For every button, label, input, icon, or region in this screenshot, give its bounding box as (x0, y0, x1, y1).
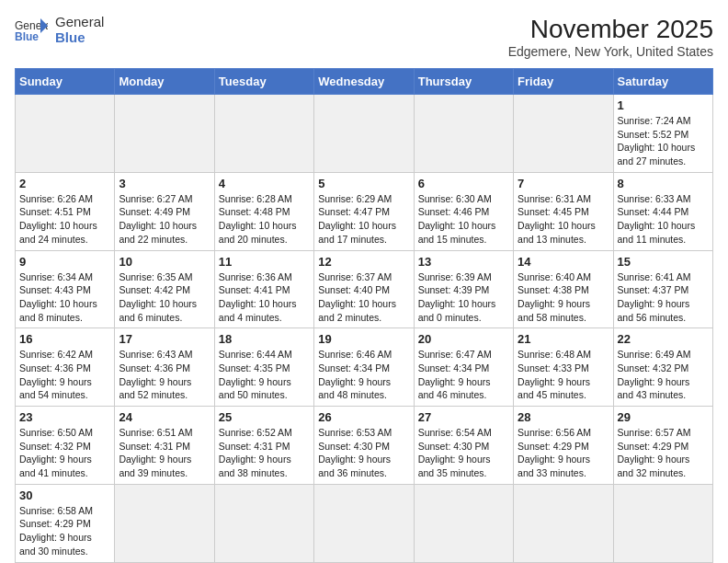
col-tuesday: Tuesday (214, 69, 313, 95)
day-number: 19 (318, 332, 409, 346)
day-number: 27 (418, 410, 509, 424)
page-header: General Blue General Blue November 2025 … (15, 15, 713, 59)
table-row: 18Sunrise: 6:44 AM Sunset: 4:35 PM Dayli… (214, 328, 313, 407)
table-row (514, 95, 613, 173)
table-row: 27Sunrise: 6:54 AM Sunset: 4:30 PM Dayli… (414, 407, 513, 485)
day-info: Sunrise: 6:26 AM Sunset: 4:51 PM Dayligh… (19, 192, 110, 247)
col-saturday: Saturday (613, 69, 712, 95)
day-info: Sunrise: 6:43 AM Sunset: 4:36 PM Dayligh… (119, 348, 210, 402)
day-info: Sunrise: 6:58 AM Sunset: 4:29 PM Dayligh… (19, 504, 110, 558)
day-number: 9 (19, 255, 110, 269)
logo: General Blue General Blue (15, 15, 104, 45)
day-info: Sunrise: 6:41 AM Sunset: 4:37 PM Dayligh… (618, 270, 709, 325)
day-number: 4 (219, 177, 310, 190)
day-info: Sunrise: 6:46 AM Sunset: 4:34 PM Dayligh… (318, 348, 409, 402)
col-monday: Monday (115, 69, 214, 95)
table-row: 6Sunrise: 6:30 AM Sunset: 4:46 PM Daylig… (414, 172, 513, 250)
day-info: Sunrise: 6:50 AM Sunset: 4:32 PM Dayligh… (19, 426, 110, 480)
day-number: 14 (518, 255, 609, 269)
day-info: Sunrise: 6:34 AM Sunset: 4:43 PM Dayligh… (19, 270, 110, 325)
day-number: 7 (518, 177, 609, 190)
calendar-week-row: 16Sunrise: 6:42 AM Sunset: 4:36 PM Dayli… (16, 328, 713, 407)
table-row: 19Sunrise: 6:46 AM Sunset: 4:34 PM Dayli… (314, 328, 414, 407)
col-wednesday: Wednesday (314, 69, 414, 95)
day-info: Sunrise: 6:28 AM Sunset: 4:48 PM Dayligh… (219, 192, 310, 247)
table-row: 5Sunrise: 6:29 AM Sunset: 4:47 PM Daylig… (314, 172, 414, 250)
day-number: 15 (618, 255, 709, 269)
day-number: 5 (318, 177, 409, 190)
day-number: 23 (19, 410, 110, 424)
table-row: 8Sunrise: 6:33 AM Sunset: 4:44 PM Daylig… (613, 172, 712, 250)
table-row: 2Sunrise: 6:26 AM Sunset: 4:51 PM Daylig… (16, 172, 115, 250)
day-number: 2 (19, 177, 110, 190)
day-number: 22 (618, 332, 709, 346)
day-info: Sunrise: 6:31 AM Sunset: 4:45 PM Dayligh… (518, 192, 609, 247)
day-number: 11 (219, 255, 310, 269)
day-info: Sunrise: 6:39 AM Sunset: 4:39 PM Dayligh… (418, 270, 509, 325)
table-row: 17Sunrise: 6:43 AM Sunset: 4:36 PM Dayli… (115, 328, 214, 407)
table-row (115, 484, 214, 562)
table-row (414, 484, 513, 562)
table-row (314, 95, 414, 173)
day-number: 29 (618, 410, 709, 424)
day-info: Sunrise: 7:24 AM Sunset: 5:52 PM Dayligh… (618, 114, 709, 168)
day-info: Sunrise: 6:35 AM Sunset: 4:42 PM Dayligh… (119, 270, 210, 325)
day-number: 8 (618, 177, 709, 190)
calendar-week-row: 23Sunrise: 6:50 AM Sunset: 4:32 PM Dayli… (16, 407, 713, 485)
day-info: Sunrise: 6:27 AM Sunset: 4:49 PM Dayligh… (119, 192, 210, 247)
logo-blue-text: Blue (55, 30, 104, 46)
table-row: 24Sunrise: 6:51 AM Sunset: 4:31 PM Dayli… (115, 407, 214, 485)
calendar-week-row: 2Sunrise: 6:26 AM Sunset: 4:51 PM Daylig… (16, 172, 713, 250)
calendar-subtitle: Edgemere, New York, United States (508, 44, 713, 59)
day-number: 12 (318, 255, 409, 269)
table-row: 26Sunrise: 6:53 AM Sunset: 4:30 PM Dayli… (314, 407, 414, 485)
col-sunday: Sunday (16, 69, 115, 95)
table-row (414, 95, 513, 173)
table-row: 12Sunrise: 6:37 AM Sunset: 4:40 PM Dayli… (314, 250, 414, 328)
day-number: 20 (418, 332, 509, 346)
day-number: 28 (518, 410, 609, 424)
day-info: Sunrise: 6:52 AM Sunset: 4:31 PM Dayligh… (219, 426, 310, 480)
table-row: 4Sunrise: 6:28 AM Sunset: 4:48 PM Daylig… (214, 172, 313, 250)
table-row: 22Sunrise: 6:49 AM Sunset: 4:32 PM Dayli… (613, 328, 712, 407)
day-info: Sunrise: 6:53 AM Sunset: 4:30 PM Dayligh… (318, 426, 409, 480)
day-info: Sunrise: 6:44 AM Sunset: 4:35 PM Dayligh… (219, 348, 310, 402)
col-thursday: Thursday (414, 69, 513, 95)
table-row: 15Sunrise: 6:41 AM Sunset: 4:37 PM Dayli… (613, 250, 712, 328)
generalblue-logo-icon: General Blue (15, 17, 48, 44)
table-row: 1Sunrise: 7:24 AM Sunset: 5:52 PM Daylig… (613, 95, 712, 173)
title-block: November 2025 Edgemere, New York, United… (508, 15, 713, 59)
day-number: 10 (119, 255, 210, 269)
table-row: 11Sunrise: 6:36 AM Sunset: 4:41 PM Dayli… (214, 250, 313, 328)
logo-general-text: General (55, 15, 104, 30)
day-info: Sunrise: 6:47 AM Sunset: 4:34 PM Dayligh… (418, 348, 509, 402)
table-row (115, 95, 214, 173)
day-number: 24 (119, 410, 210, 424)
day-info: Sunrise: 6:51 AM Sunset: 4:31 PM Dayligh… (119, 426, 210, 480)
table-row: 9Sunrise: 6:34 AM Sunset: 4:43 PM Daylig… (16, 250, 115, 328)
day-number: 30 (19, 488, 110, 502)
table-row: 3Sunrise: 6:27 AM Sunset: 4:49 PM Daylig… (115, 172, 214, 250)
table-row: 25Sunrise: 6:52 AM Sunset: 4:31 PM Dayli… (214, 407, 313, 485)
table-row: 23Sunrise: 6:50 AM Sunset: 4:32 PM Dayli… (16, 407, 115, 485)
calendar-header-row: Sunday Monday Tuesday Wednesday Thursday… (16, 69, 713, 95)
table-row (214, 484, 313, 562)
table-row: 7Sunrise: 6:31 AM Sunset: 4:45 PM Daylig… (514, 172, 613, 250)
table-row: 21Sunrise: 6:48 AM Sunset: 4:33 PM Dayli… (514, 328, 613, 407)
table-row: 30Sunrise: 6:58 AM Sunset: 4:29 PM Dayli… (16, 484, 115, 562)
day-info: Sunrise: 6:29 AM Sunset: 4:47 PM Dayligh… (318, 192, 409, 247)
svg-text:Blue: Blue (15, 30, 39, 43)
day-info: Sunrise: 6:33 AM Sunset: 4:44 PM Dayligh… (618, 192, 709, 247)
table-row (214, 95, 313, 173)
day-info: Sunrise: 6:48 AM Sunset: 4:33 PM Dayligh… (518, 348, 609, 402)
table-row (613, 484, 712, 562)
table-row: 29Sunrise: 6:57 AM Sunset: 4:29 PM Dayli… (613, 407, 712, 485)
table-row (314, 484, 414, 562)
table-row: 14Sunrise: 6:40 AM Sunset: 4:38 PM Dayli… (514, 250, 613, 328)
day-number: 26 (318, 410, 409, 424)
calendar-week-row: 30Sunrise: 6:58 AM Sunset: 4:29 PM Dayli… (16, 484, 713, 562)
day-info: Sunrise: 6:42 AM Sunset: 4:36 PM Dayligh… (19, 348, 110, 402)
table-row (16, 95, 115, 173)
day-number: 3 (119, 177, 210, 190)
table-row: 10Sunrise: 6:35 AM Sunset: 4:42 PM Dayli… (115, 250, 214, 328)
